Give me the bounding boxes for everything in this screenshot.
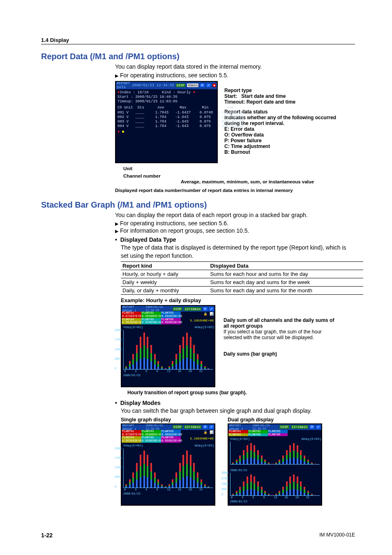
- single-graph-screen: REPORT GROUP 12008/01/23 12:34:55DISP12+…: [121, 423, 215, 506]
- stacked-bar-chart: 3600270018009000036912151821: [123, 449, 213, 488]
- anno2-body: If you select a bar graph, the sum of th…: [224, 329, 339, 340]
- kind-dot-icon: ●: [193, 90, 195, 95]
- table-row: 003 V ____ 1.784 -1.643 0.075 2.300510E+…: [118, 120, 215, 124]
- sec2-p2-row: ▶For operating instructions, see section…: [115, 220, 355, 227]
- channel-label: Channel number: [123, 173, 161, 178]
- anno-o: O: Overflow data: [224, 132, 264, 138]
- tbl-r3c1: Daily, or daily + monthly: [121, 287, 208, 295]
- example-label: Example: Hourly + daily display: [121, 297, 355, 303]
- hourly-caption: Hourly transition of report group sums (…: [127, 390, 355, 395]
- dtype-head: Displayed Data Type: [120, 236, 176, 243]
- anno-report-type: Report type: [224, 88, 252, 93]
- tbl-r2c2: Sums for each day and sums for the week: [208, 278, 363, 287]
- plant-cell: PLANT010.672037E+06: [122, 312, 141, 318]
- sec2-p3: For information on report groups, see se…: [120, 227, 249, 234]
- lock-icon: 🔒: [203, 312, 208, 316]
- tbl-h2: Displayed Data: [208, 262, 363, 270]
- record-icon: ●: [212, 83, 216, 87]
- dmodes-head: Display Modes: [120, 400, 161, 406]
- tbl-r1c2: Sums for each hour and sums for the day: [208, 270, 363, 278]
- plant-cell: PLANT040.662043E+06: [122, 318, 141, 324]
- screen1-title: REPORT DATA: [117, 81, 130, 90]
- dmodes-body: You can switch the bar graph between sin…: [121, 407, 355, 415]
- anno-p: P: Power failure: [224, 138, 262, 143]
- dual-chart-bottom: 3600270018009000036912151821: [230, 473, 320, 496]
- status-dot-icon: ●: [118, 130, 120, 134]
- plant-cell: PLANT030.665026E+06: [161, 312, 181, 318]
- bars-icon: 📊: [210, 312, 214, 316]
- report-data-screen: REPORT DATA 2008/01/23 12:34:55 DISP 43m…: [115, 81, 218, 163]
- doc-id: IM MV1000-01E: [319, 532, 355, 539]
- sec2-p3-row: ▶For information on report groups, see s…: [115, 227, 355, 234]
- dtype-body: The type of data that is displayed is de…: [121, 244, 355, 260]
- page-number: 1-22: [41, 532, 53, 539]
- sec1-bottom-caption: Displayed report data number/number of r…: [115, 188, 355, 193]
- min-chip: 43min: [187, 83, 198, 87]
- triangle-icon: ▶: [115, 221, 118, 226]
- screen1-start: Start : 2008/01/23 10:40:35: [118, 95, 215, 99]
- disp-chip: DISP: [176, 83, 185, 87]
- header-section: 1.4 Display: [41, 37, 355, 44]
- section2-title: Stacked Bar Graph (/M1 and /PM1 options): [41, 200, 355, 210]
- sec2-p1: You can display the report data of each …: [115, 211, 355, 220]
- section1-title: Report Data (/M1 and /PM1 options): [41, 52, 355, 61]
- stacked-bar-chart: 3600270018009000036912151821: [123, 330, 213, 370]
- plant-cell: PLANT050.659030E+06: [141, 318, 161, 324]
- cap-single: Single graph display: [121, 417, 215, 423]
- screen1-annotations: Report type Start: Start date and time T…: [224, 81, 348, 179]
- avg-label: Average, maximum, minimum, sum, or insta…: [181, 179, 314, 184]
- triangle-icon: ▶: [115, 73, 118, 78]
- plant-cell: PLANT020.669005E+06: [141, 312, 161, 318]
- screen1-kind: Kind : Hourly: [162, 90, 191, 95]
- disp-chip: DISP: [173, 307, 182, 311]
- report-kind-table: Report kindDisplayed Data Hourly, or hou…: [121, 261, 363, 295]
- tbl-r1c1: Hourly, or hourly + daily: [121, 270, 208, 278]
- expand-icon: ⤢: [206, 83, 211, 87]
- screen1-cols: Ch Unit Sts Ave Max Min Sum: [118, 106, 215, 110]
- screen2-annotations: Daily sum of all channels and the daily …: [224, 305, 339, 387]
- anno-c: C: Time adjustment: [224, 143, 270, 149]
- status-square-icon: ■: [122, 130, 124, 134]
- screen1-titlebar: REPORT DATA 2008/01/23 12:34:55 DISP 43m…: [116, 82, 217, 89]
- sec2-p2: For operating instructions, see section …: [120, 220, 228, 227]
- anno-b: B: Burnout: [224, 149, 250, 155]
- tbl-h1: Report kind: [121, 262, 208, 270]
- stacked-bar-screen: REPORT GROUP 1 2008/01/23 12:34:55 DISP …: [121, 305, 215, 387]
- screen1-timestamp: 2008/01/23 12:34:55: [132, 83, 174, 88]
- tbl-r3c2: Sums for each day and sums for the month: [208, 287, 363, 295]
- dual-chart-top: [230, 442, 320, 465]
- anno-start-desc: Start date and time: [241, 93, 286, 99]
- anno2-bars: Daily sums (bar graph): [224, 351, 277, 357]
- ylab-right: Wday(E+03): [195, 325, 214, 329]
- table-row: 001 V ____ 1.7843 -1.6427 0.0748 2.29448…: [118, 111, 215, 115]
- toggle-icon: ⟳: [203, 307, 208, 311]
- ylab-left: Vday(E+02): [123, 325, 143, 329]
- xdate: 2008/01/22: [123, 374, 214, 377]
- tbl-r2c1: Daily + weekly: [121, 278, 208, 287]
- anno-timeout: Timeout: Report date and time: [224, 99, 295, 105]
- table-row: 002 V ____ 1.784 -1.643 0.075 2.282575E+…: [118, 115, 215, 120]
- expand-icon: ⤢: [209, 307, 214, 311]
- triangle-icon: ▶: [115, 229, 118, 234]
- anno-start-lbl: Start:: [224, 93, 237, 99]
- unit-label: Unit: [123, 166, 132, 171]
- cap-dual: Dual graph display: [228, 417, 322, 423]
- anno2-head: Daily sum of all channels and the daily …: [224, 317, 334, 329]
- sec1-p2: For operating instructions, see section …: [120, 72, 228, 79]
- min-chip: 12+16min: [184, 307, 201, 311]
- screen1-index: Index : 10/10: [120, 90, 148, 95]
- daily-sum-value: 5.195640E+06: [181, 318, 214, 324]
- dual-graph-screen: REPORT GROUP 12008/01/23 12:34:55DISP12+…: [228, 423, 322, 506]
- toggle-icon: ⟳: [200, 83, 205, 87]
- plant-cell: PLANT060.656015E+06: [161, 318, 181, 324]
- screen1-timeup: Timeup: 2008/01/23 11:03:05: [118, 99, 215, 104]
- screen2-titlebar: REPORT GROUP 1 2008/01/23 12:34:55 DISP …: [122, 306, 214, 312]
- sec1-p2-row: ▶For operating instructions, see section…: [115, 72, 355, 79]
- sec1-p1: You can display report data stored in th…: [115, 63, 355, 71]
- table-row: 004 V ____ 1.784 -1.643 0.075 2.286122E+…: [118, 124, 215, 129]
